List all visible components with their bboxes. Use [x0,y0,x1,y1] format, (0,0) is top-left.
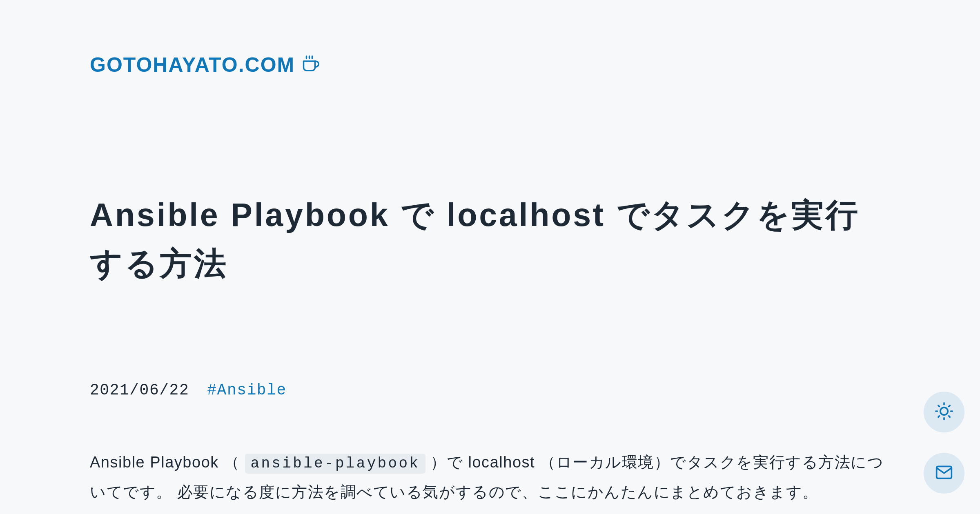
sun-icon [935,402,953,422]
mail-icon [935,463,953,483]
svg-line-6 [938,405,940,407]
svg-line-7 [949,416,950,417]
site-title-link[interactable]: GOTOHAYATO.COM [90,53,295,77]
floating-actions [924,392,964,494]
inline-code: ansible-playbook [245,454,426,474]
coffee-icon [302,55,319,74]
body-text-prefix: Ansible Playbook （ [90,454,245,471]
article-title: Ansible Playbook で localhost でタスクを実行する方法 [90,191,890,288]
theme-toggle-button[interactable] [924,392,964,432]
main-container: GOTOHAYATO.COM Ansible Playbook で localh… [65,0,915,506]
svg-line-11 [949,405,950,407]
article-tag-link[interactable]: #Ansible [207,381,287,399]
site-header: GOTOHAYATO.COM [90,53,890,77]
svg-point-3 [940,408,948,415]
svg-line-10 [938,416,940,417]
article-meta: 2021/06/22 #Ansible [90,381,890,399]
article-date: 2021/06/22 [90,381,189,399]
article-body-paragraph: Ansible Playbook （ ansible-playbook ）で l… [90,448,890,506]
contact-button[interactable] [924,453,964,494]
